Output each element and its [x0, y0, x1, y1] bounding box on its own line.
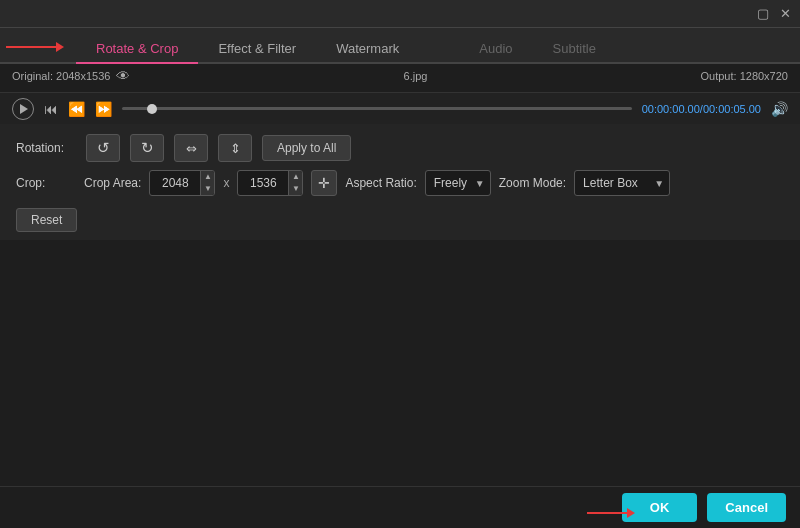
crop-width-spinner: ▲ ▼: [200, 171, 214, 195]
apply-all-button[interactable]: Apply to All: [262, 135, 351, 161]
flip-h-button[interactable]: ⇔: [174, 134, 208, 162]
center-icon: ✛: [318, 175, 330, 191]
flip-v-button[interactable]: ⇕: [218, 134, 252, 162]
zoom-mode-select-wrap: Letter Box Pan & Scan Full ▼: [574, 170, 670, 196]
zoom-mode-select[interactable]: Letter Box Pan & Scan Full: [574, 170, 670, 196]
crop-area-label: Crop Area:: [84, 176, 141, 190]
aspect-ratio-select[interactable]: Freely 16:9 4:3 1:1 9:16: [425, 170, 491, 196]
crop-height-input[interactable]: [238, 176, 288, 190]
crop-x-separator: x: [223, 176, 229, 190]
crop-label: Crop:: [16, 176, 76, 190]
rotate-right-icon: ↻: [141, 139, 154, 157]
time-display: 00:00:00.00/00:00:05.00: [642, 103, 761, 115]
window-controls: ▢ ✕: [756, 7, 792, 21]
tab-audio: Audio: [459, 35, 532, 64]
rotate-left-icon: ↺: [97, 139, 110, 157]
crop-width-down[interactable]: ▼: [201, 183, 214, 195]
tab-rotate-crop[interactable]: Rotate & Crop: [76, 35, 198, 64]
eye-icon[interactable]: 👁: [116, 68, 130, 84]
playback-bar: ⏮ ⏪ ⏩ 00:00:00.00/00:00:05.00 🔊: [0, 92, 800, 124]
crop-height-up[interactable]: ▲: [289, 171, 302, 183]
flip-h-icon: ⇔: [186, 141, 197, 156]
progress-dot: [147, 104, 157, 114]
close-button[interactable]: ✕: [778, 7, 792, 21]
output-label: Output: 1280x720: [701, 70, 788, 82]
crop-width-up[interactable]: ▲: [201, 171, 214, 183]
crop-width-input[interactable]: [150, 176, 200, 190]
tab-arrow-indicator: [6, 42, 64, 52]
tab-bar: Rotate & Crop Effect & Filter Watermark …: [0, 28, 800, 64]
tab-watermark[interactable]: Watermark: [316, 35, 419, 64]
preview-info: Original: 2048x1536 👁 6.jpg Output: 1280…: [0, 64, 800, 88]
rotation-row: Rotation: ↺ ↻ ⇔ ⇕ Apply to All: [16, 134, 784, 162]
rotate-right-button[interactable]: ↻: [130, 134, 164, 162]
aspect-ratio-label: Aspect Ratio:: [345, 176, 416, 190]
center-crop-button[interactable]: ✛: [311, 170, 337, 196]
minimize-button[interactable]: ▢: [756, 7, 770, 21]
rotation-label: Rotation:: [16, 141, 76, 155]
original-label: Original: 2048x1536: [12, 70, 110, 82]
step-forward-button[interactable]: ⏩: [95, 101, 112, 117]
crop-height-spinner: ▲ ▼: [288, 171, 302, 195]
zoom-mode-label: Zoom Mode:: [499, 176, 566, 190]
step-back-button[interactable]: ⏪: [68, 101, 85, 117]
aspect-ratio-select-wrap: Freely 16:9 4:3 1:1 9:16 ▼: [425, 170, 491, 196]
title-bar: ▢ ✕: [0, 0, 800, 28]
progress-track[interactable]: [122, 107, 632, 110]
reset-button[interactable]: Reset: [16, 208, 77, 232]
rotate-left-button[interactable]: ↺: [86, 134, 120, 162]
play-icon: [20, 104, 28, 114]
crop-width-input-wrap: ▲ ▼: [149, 170, 215, 196]
crop-height-down[interactable]: ▼: [289, 183, 302, 195]
tab-effect-filter[interactable]: Effect & Filter: [198, 35, 316, 64]
crop-height-input-wrap: ▲ ▼: [237, 170, 303, 196]
crop-row: Crop: Crop Area: ▲ ▼ x ▲ ▼ ✛ Aspect Rati…: [16, 170, 784, 196]
skip-back-button[interactable]: ⏮: [44, 101, 58, 117]
filename-label: 6.jpg: [404, 70, 428, 82]
flip-v-icon: ⇕: [230, 141, 241, 156]
controls-area: Rotation: ↺ ↻ ⇔ ⇕ Apply to All Crop: Cro…: [0, 124, 800, 240]
bottom-bar: OK Cancel: [0, 486, 800, 528]
cancel-button[interactable]: Cancel: [707, 493, 786, 522]
tab-subtitle: Subtitle: [533, 35, 616, 64]
bottom-arrow-indicator: [587, 508, 635, 518]
volume-icon[interactable]: 🔊: [771, 101, 788, 117]
play-button[interactable]: [12, 98, 34, 120]
